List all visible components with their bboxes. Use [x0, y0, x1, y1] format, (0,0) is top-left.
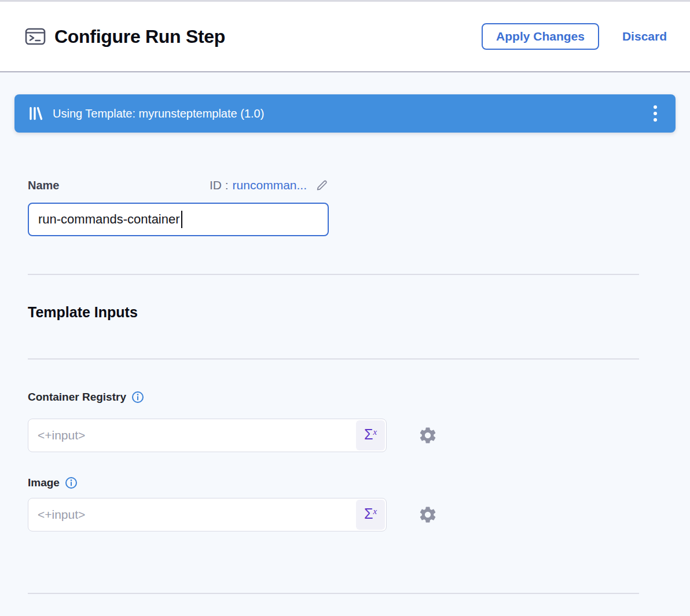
discard-button[interactable]: Discard: [622, 30, 667, 43]
template-library-icon: [28, 106, 43, 121]
step-id-prefix: ID :: [210, 178, 229, 192]
image-input-wrap: Σ x: [28, 498, 387, 531]
sigma-sup: x: [373, 507, 377, 516]
image-row: Σ x: [28, 498, 690, 531]
info-icon[interactable]: [131, 391, 144, 404]
container-registry-input-wrap: Σ x: [28, 419, 387, 452]
sigma-icon: Σ: [364, 427, 373, 443]
image-label: Image: [28, 476, 60, 489]
template-inputs-heading: Template Inputs: [28, 303, 690, 321]
gear-icon[interactable]: [418, 426, 438, 445]
kebab-dot: [654, 118, 657, 122]
section-divider: [28, 274, 639, 275]
container-registry-label: Container Registry: [28, 391, 126, 404]
name-field-label: Name: [28, 179, 59, 192]
step-id-value[interactable]: runcomman...: [233, 178, 307, 192]
container-registry-input[interactable]: [28, 419, 386, 452]
name-input[interactable]: run-commands-container: [28, 203, 329, 236]
step-config-form: Name ID : runcomman... run-commands-cont…: [0, 178, 690, 594]
image-label-row: Image: [28, 475, 690, 490]
kebab-menu-icon[interactable]: [648, 102, 663, 125]
text-caret: [181, 211, 183, 228]
sigma-sup: x: [373, 427, 377, 437]
kebab-dot: [654, 105, 657, 109]
template-banner: Using Template: myrunsteptemplate (1.0): [14, 94, 676, 133]
header-actions: Apply Changes Discard: [482, 23, 667, 50]
pencil-icon[interactable]: [315, 178, 329, 192]
terminal-run-step-icon: [24, 25, 46, 47]
panel-header: Configure Run Step Apply Changes Discard: [0, 0, 690, 72]
section-divider: [28, 358, 639, 360]
sigma-icon: Σ: [364, 506, 373, 522]
name-label-row: Name ID : runcomman...: [28, 178, 329, 192]
bottom-divider: [28, 593, 639, 594]
container-registry-label-row: Container Registry: [28, 390, 690, 405]
page-title: Configure Run Step: [54, 26, 225, 47]
gear-icon[interactable]: [418, 505, 438, 525]
template-banner-label: Using Template: myrunsteptemplate (1.0): [53, 107, 264, 120]
step-id-group: ID : runcomman...: [210, 178, 329, 192]
expression-input-type-button[interactable]: Σ x: [356, 500, 385, 530]
name-input-value: run-commands-container: [38, 212, 180, 227]
expression-input-type-button[interactable]: Σ x: [356, 420, 385, 450]
image-input[interactable]: [28, 498, 386, 531]
apply-changes-button[interactable]: Apply Changes: [482, 23, 599, 50]
kebab-dot: [654, 112, 657, 115]
info-icon[interactable]: [65, 476, 78, 489]
container-registry-row: Σ x: [28, 419, 690, 452]
